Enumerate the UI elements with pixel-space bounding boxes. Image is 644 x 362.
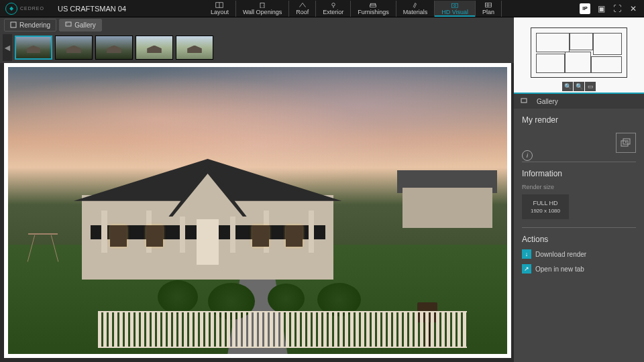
thumbnail-5[interactable] <box>176 36 213 60</box>
svg-rect-18 <box>623 139 630 144</box>
save-icon[interactable]: ▣ <box>596 3 606 14</box>
svg-rect-17 <box>621 141 628 146</box>
tool-plan[interactable]: Plan <box>476 1 502 17</box>
svg-point-19 <box>625 141 627 143</box>
project-title: US CRAFTSMAN 04 <box>58 5 126 13</box>
svg-rect-2 <box>260 3 264 8</box>
svg-rect-13 <box>11 22 16 27</box>
brand-name: CEDREO <box>20 6 44 11</box>
zoom-in-icon[interactable]: 🔍 <box>562 82 573 91</box>
tab-rendering[interactable]: Rendering <box>4 19 56 32</box>
render-title: My render <box>522 115 636 125</box>
svg-rect-6 <box>370 5 376 7</box>
panel-tab-gallery[interactable]: Gallery <box>514 93 644 109</box>
render-viewport <box>4 63 511 358</box>
thumbnail-4[interactable] <box>136 36 173 60</box>
thumbnail-1[interactable] <box>15 36 52 60</box>
svg-rect-8 <box>452 3 458 7</box>
tool-hd-visual[interactable]: HD Visual <box>435 1 476 17</box>
toolbar: Layout Wall Openings Roof Exterior Furni… <box>204 1 502 17</box>
tool-layout[interactable]: Layout <box>204 1 236 17</box>
svg-point-3 <box>263 5 264 5</box>
tool-wall-openings[interactable]: Wall Openings <box>236 1 289 17</box>
external-link-icon: ↗ <box>522 264 531 274</box>
close-icon[interactable]: ✕ <box>628 3 639 14</box>
info-heading: Information <box>522 169 636 178</box>
resolution-box: FULL HD 1920 x 1080 <box>522 194 569 219</box>
floorplan-minimap[interactable]: 🔍 🔍 ▭ <box>514 17 644 93</box>
info-icon[interactable]: i <box>522 150 533 161</box>
render-size-label: Render size <box>522 184 636 190</box>
svg-rect-14 <box>66 22 71 26</box>
tool-roof[interactable]: Roof <box>289 1 316 17</box>
download-icon: ↓ <box>522 249 531 259</box>
tool-furnishings[interactable]: Furnishings <box>351 1 396 17</box>
svg-point-4 <box>331 3 335 6</box>
download-render-button[interactable]: ↓Download render <box>522 249 636 259</box>
svg-point-15 <box>67 23 68 24</box>
svg-rect-7 <box>371 3 376 5</box>
tool-exterior[interactable]: Exterior <box>316 1 351 17</box>
tab-gallery[interactable]: Gallery <box>59 19 102 32</box>
zoom-fit-icon[interactable]: ▭ <box>585 82 596 91</box>
fullscreen-icon[interactable]: ⛶ <box>612 3 623 14</box>
actions-heading: Actions <box>522 235 636 244</box>
svg-rect-16 <box>521 99 527 103</box>
thumbnail-2[interactable] <box>55 36 93 60</box>
open-new-tab-button[interactable]: ↗Open in new tab <box>522 264 636 274</box>
thumbs-prev[interactable]: ◄ <box>3 34 12 61</box>
badge-ip[interactable]: IP <box>580 3 590 14</box>
gallery-stack-icon[interactable] <box>616 133 636 153</box>
svg-point-9 <box>454 4 456 6</box>
brand-logo[interactable]: ◆ <box>5 3 17 15</box>
zoom-out-icon[interactable]: 🔍 <box>574 82 584 91</box>
tool-materials[interactable]: Materials <box>396 1 435 17</box>
thumbnail-3[interactable] <box>95 36 133 60</box>
